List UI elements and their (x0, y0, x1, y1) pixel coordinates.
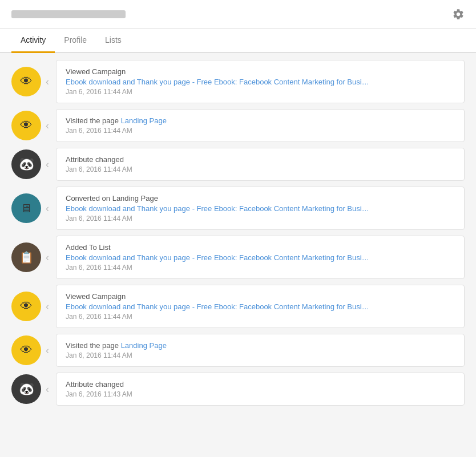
list-item: ‹Viewed CampaignEbook download and Thank… (11, 60, 465, 103)
activity-time: Jan 6, 2016 11:44 AM (66, 88, 455, 96)
connector-arrow: ‹ (46, 345, 49, 357)
activity-time: Jan 6, 2016 11:44 AM (66, 351, 455, 359)
panda-icon (11, 374, 41, 404)
eye-icon (11, 292, 41, 321)
activity-title: Attribute changed (66, 155, 455, 164)
activity-card: Viewed CampaignEbook download and Thank … (56, 60, 465, 103)
list-icon (11, 242, 41, 272)
list-item: ‹Added To ListEbook download and Thank y… (11, 236, 465, 279)
eye-icon (11, 67, 41, 96)
activity-link[interactable]: Landing Page (121, 341, 167, 350)
activity-time: Jan 6, 2016 11:43 AM (66, 390, 455, 398)
header (0, 0, 476, 29)
activity-time: Jan 6, 2016 11:44 AM (66, 165, 455, 173)
activity-time: Jan 6, 2016 11:44 AM (66, 313, 455, 321)
eye-icon (11, 111, 41, 140)
activity-card: Viewed CampaignEbook download and Thank … (56, 285, 465, 328)
activity-title: Added To List (66, 243, 455, 252)
activity-link[interactable]: Ebook download and Thank you page - Free… (66, 78, 455, 86)
activity-title: Attribute changed (66, 380, 455, 389)
list-item: ‹Attribute changedJan 6, 2016 11:43 AM (11, 373, 465, 406)
header-email (11, 10, 126, 18)
connector-arrow: ‹ (46, 76, 49, 88)
tab-lists[interactable]: Lists (96, 29, 131, 53)
tab-bar: Activity Profile Lists (0, 29, 476, 53)
screen-icon (11, 193, 41, 223)
connector-arrow: ‹ (46, 159, 49, 171)
activity-link[interactable]: Ebook download and Thank you page - Free… (66, 302, 455, 311)
connector-arrow: ‹ (46, 301, 49, 313)
connector-arrow: ‹ (46, 252, 49, 264)
activity-link[interactable]: Landing Page (121, 116, 167, 125)
activity-time: Jan 6, 2016 11:44 AM (66, 215, 455, 223)
activity-card: Converted on Landing PageEbook download … (56, 187, 465, 230)
activity-list: ‹Viewed CampaignEbook download and Thank… (0, 53, 476, 412)
activity-title: Visited the page Landing Page (66, 341, 455, 350)
activity-card: Visited the page Landing PageJan 6, 2016… (56, 334, 465, 367)
panda-icon (11, 149, 41, 179)
connector-arrow: ‹ (46, 203, 49, 215)
activity-title: Viewed Campaign (66, 292, 455, 301)
list-item: ‹Visited the page Landing PageJan 6, 201… (11, 334, 465, 367)
connector-arrow: ‹ (46, 120, 49, 132)
tab-profile[interactable]: Profile (55, 29, 96, 53)
list-item: ‹Viewed CampaignEbook download and Thank… (11, 285, 465, 328)
eye-icon (11, 335, 41, 365)
activity-card: Added To ListEbook download and Thank yo… (56, 236, 465, 279)
activity-time: Jan 6, 2016 11:44 AM (66, 127, 455, 135)
list-item: ‹Converted on Landing PageEbook download… (11, 187, 465, 230)
connector-arrow: ‹ (46, 383, 49, 395)
activity-time: Jan 6, 2016 11:44 AM (66, 264, 455, 272)
activity-title: Converted on Landing Page (66, 194, 455, 203)
list-item: ‹Attribute changedJan 6, 2016 11:44 AM (11, 148, 465, 181)
activity-title: Viewed Campaign (66, 67, 455, 76)
tab-activity[interactable]: Activity (11, 29, 55, 53)
gear-icon[interactable] (452, 8, 465, 21)
activity-card: Attribute changedJan 6, 2016 11:43 AM (56, 373, 465, 406)
activity-link[interactable]: Ebook download and Thank you page - Free… (66, 253, 455, 262)
list-item: ‹Visited the page Landing PageJan 6, 201… (11, 109, 465, 142)
activity-title: Visited the page Landing Page (66, 116, 455, 125)
activity-link[interactable]: Ebook download and Thank you page - Free… (66, 204, 455, 213)
activity-card: Attribute changedJan 6, 2016 11:44 AM (56, 148, 465, 181)
activity-card: Visited the page Landing PageJan 6, 2016… (56, 109, 465, 142)
